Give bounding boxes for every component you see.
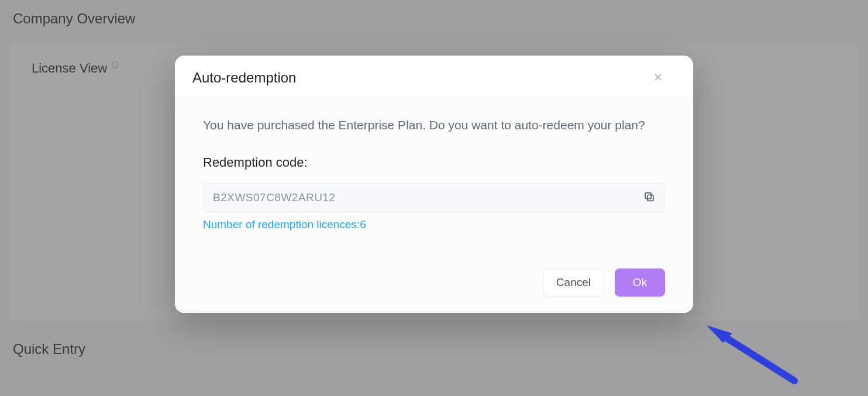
copy-button[interactable] [639,187,659,208]
redemption-code-label: Redemption code: [203,155,665,170]
svg-rect-6 [645,192,651,198]
licences-count-hint: Number of redemption licences:6 [203,218,665,231]
copy-icon [643,196,656,205]
close-icon [653,75,663,84]
modal-header: Auto-redemption [175,56,693,98]
redemption-code-input[interactable] [203,183,665,212]
modal-body: You have purchased the Enterprise Plan. … [175,98,693,254]
modal-message: You have purchased the Enterprise Plan. … [203,116,665,135]
cancel-button[interactable]: Cancel [543,268,604,297]
modal-footer: Cancel Ok [175,254,693,313]
redemption-code-field [203,183,665,212]
close-button[interactable] [651,70,665,86]
modal-title: Auto-redemption [192,70,296,86]
svg-rect-5 [647,195,653,201]
auto-redemption-modal: Auto-redemption You have purchased the E… [175,56,693,313]
ok-button[interactable]: Ok [615,268,665,297]
